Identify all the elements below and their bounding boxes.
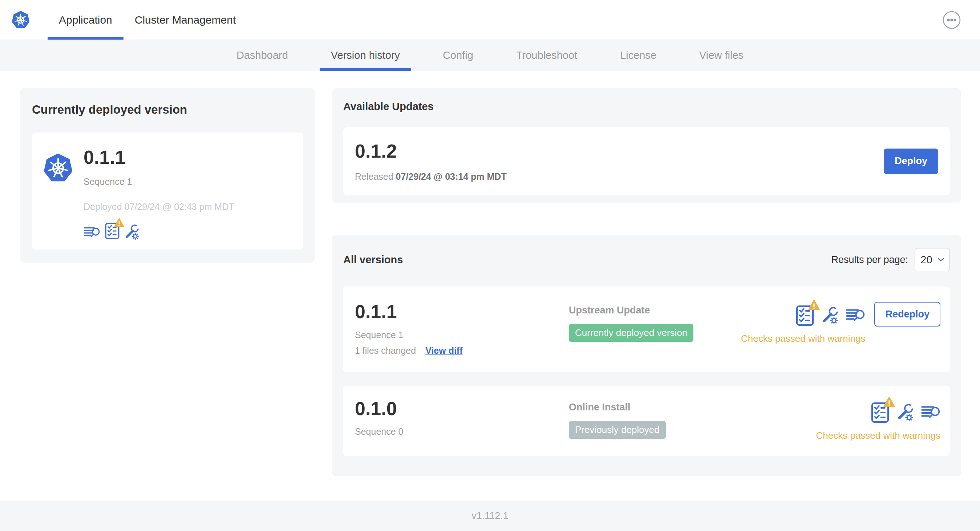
status-badge: Previously deployed xyxy=(569,421,666,439)
preflight-checks-icon[interactable] xyxy=(105,222,120,240)
released-date: 07/29/24 @ 03:14 pm MDT xyxy=(396,172,507,181)
app-logo xyxy=(11,0,30,40)
results-per-page-value: 20 xyxy=(920,254,932,266)
tab-view-files[interactable]: View files xyxy=(678,40,765,71)
results-per-page-select[interactable]: 20 xyxy=(915,248,950,271)
warning-icon xyxy=(883,397,895,407)
tab-version-history[interactable]: Version history xyxy=(309,40,422,71)
available-updates-card: Available Updates 0.1.2 Released 07/29/2… xyxy=(332,88,961,203)
version-row: 0.1.0 Sequence 0 Online Install Previous… xyxy=(343,386,950,456)
released-label: Released xyxy=(355,172,393,181)
currently-deployed-card: Currently deployed version 0.1.1 Sequenc… xyxy=(20,88,315,262)
tab-license[interactable]: License xyxy=(598,40,678,71)
top-nav: Application Cluster Management xyxy=(0,0,980,40)
preflight-checks-icon[interactable] xyxy=(795,305,815,326)
checks-status-link[interactable]: Checks passed with warnings xyxy=(741,333,865,344)
currently-deployed-title: Currently deployed version xyxy=(32,103,303,117)
update-row: 0.1.2 Released 07/29/24 @ 03:14 pm MDT D… xyxy=(343,127,950,195)
version-source-label: Upstream Update xyxy=(569,305,694,316)
app-sub-nav: Dashboard Version history Config Trouble… xyxy=(0,40,980,71)
preflight-checks-icon[interactable] xyxy=(871,402,889,423)
config-icon[interactable] xyxy=(124,224,140,240)
tab-application[interactable]: Application xyxy=(48,0,124,40)
all-versions-title: All versions xyxy=(343,254,403,266)
chevron-down-icon xyxy=(937,258,944,261)
warning-icon xyxy=(114,218,124,227)
ellipsis-circle-icon xyxy=(942,11,961,29)
version-source-label: Online Install xyxy=(569,402,666,413)
available-updates-title: Available Updates xyxy=(343,100,950,113)
overflow-menu-button[interactable] xyxy=(942,11,961,29)
status-badge: Currently deployed version xyxy=(569,324,694,342)
released-timestamp: Released 07/29/24 @ 03:14 pm MDT xyxy=(355,172,507,182)
redeploy-button[interactable]: Redeploy xyxy=(874,302,940,326)
version-history-page: Currently deployed version 0.1.1 Sequenc… xyxy=(0,71,980,476)
deployed-sequence-label: Sequence 1 xyxy=(84,176,234,187)
deployed-version-card: 0.1.1 Sequence 1 Deployed 07/29/24 @ 02:… xyxy=(32,133,303,250)
deploy-button[interactable]: Deploy xyxy=(884,149,938,174)
tab-troubleshoot[interactable]: Troubleshoot xyxy=(495,40,598,71)
tab-cluster-management[interactable]: Cluster Management xyxy=(124,0,247,40)
warning-icon xyxy=(808,300,820,310)
deployed-version-label: 0.1.1 xyxy=(84,147,234,168)
release-notes-icon[interactable] xyxy=(846,307,865,324)
release-notes-icon[interactable] xyxy=(921,404,940,421)
version-label: 0.1.1 xyxy=(355,302,569,322)
files-changed-label: 1 files changed xyxy=(355,345,416,356)
tab-dashboard[interactable]: Dashboard xyxy=(215,40,309,71)
version-row: 0.1.1 Sequence 1 1 files changed View di… xyxy=(343,286,950,372)
view-diff-link[interactable]: View diff xyxy=(425,345,462,356)
deployed-timestamp: Deployed 07/29/24 @ 02:43 pm MDT xyxy=(84,202,234,212)
update-version-label: 0.1.2 xyxy=(355,140,507,162)
app-footer: v1.112.1 xyxy=(0,501,980,531)
config-icon[interactable] xyxy=(821,307,839,324)
sequence-label: Sequence 1 xyxy=(355,330,569,340)
release-notes-icon[interactable] xyxy=(84,226,100,240)
results-per-page-label: Results per page: xyxy=(831,254,908,266)
tab-config[interactable]: Config xyxy=(422,40,495,71)
kubernetes-logo-icon xyxy=(11,11,30,29)
sequence-label: Sequence 0 xyxy=(355,426,569,437)
version-label: 0.1.0 xyxy=(355,399,569,419)
config-icon[interactable] xyxy=(896,404,914,421)
checks-status-link[interactable]: Checks passed with warnings xyxy=(816,430,941,441)
all-versions-card: All versions Results per page: 20 0.1.1 … xyxy=(332,235,961,476)
footer-version: v1.112.1 xyxy=(471,510,509,521)
app-kubernetes-icon xyxy=(43,153,73,183)
